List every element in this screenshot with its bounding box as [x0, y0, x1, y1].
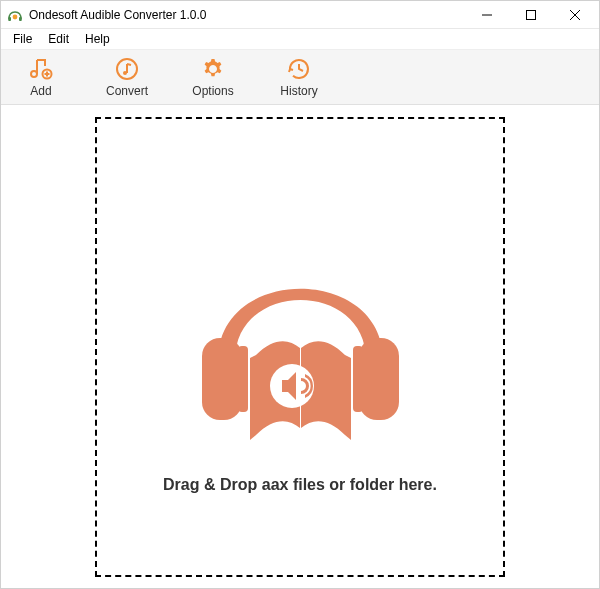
toolbar: Add Convert Options Histor — [1, 49, 599, 105]
history-button[interactable]: History — [271, 56, 327, 98]
history-icon — [286, 56, 312, 82]
options-label: Options — [192, 84, 233, 98]
menu-file[interactable]: File — [5, 30, 40, 48]
svg-rect-13 — [202, 338, 242, 420]
add-label: Add — [30, 84, 51, 98]
options-button[interactable]: Options — [185, 56, 241, 98]
close-button[interactable] — [553, 1, 597, 29]
svg-rect-0 — [8, 17, 11, 21]
titlebar: Ondesoft Audible Converter 1.0.0 — [1, 1, 599, 29]
svg-rect-15 — [359, 338, 399, 420]
menubar: File Edit Help — [1, 29, 599, 49]
svg-point-7 — [31, 71, 37, 77]
menu-help[interactable]: Help — [77, 30, 118, 48]
content-area: Drag & Drop aax files or folder here. — [1, 105, 599, 588]
svg-rect-16 — [353, 346, 363, 412]
audiobook-headphones-icon — [178, 210, 423, 448]
svg-rect-4 — [527, 10, 536, 19]
dropzone-text: Drag & Drop aax files or folder here. — [163, 476, 437, 494]
app-icon — [7, 7, 23, 23]
maximize-button[interactable] — [509, 1, 553, 29]
window-title: Ondesoft Audible Converter 1.0.0 — [29, 8, 465, 22]
convert-label: Convert — [106, 84, 148, 98]
menu-edit[interactable]: Edit — [40, 30, 77, 48]
gear-icon — [200, 56, 226, 82]
history-label: History — [280, 84, 317, 98]
dropzone[interactable]: Drag & Drop aax files or folder here. — [95, 117, 505, 577]
svg-rect-14 — [238, 346, 248, 412]
svg-point-2 — [13, 14, 18, 19]
svg-point-12 — [123, 71, 127, 75]
window-controls — [465, 1, 597, 29]
add-button[interactable]: Add — [13, 56, 69, 98]
svg-rect-1 — [19, 17, 22, 21]
convert-icon — [114, 56, 140, 82]
convert-button[interactable]: Convert — [99, 56, 155, 98]
minimize-button[interactable] — [465, 1, 509, 29]
music-plus-icon — [28, 56, 54, 82]
